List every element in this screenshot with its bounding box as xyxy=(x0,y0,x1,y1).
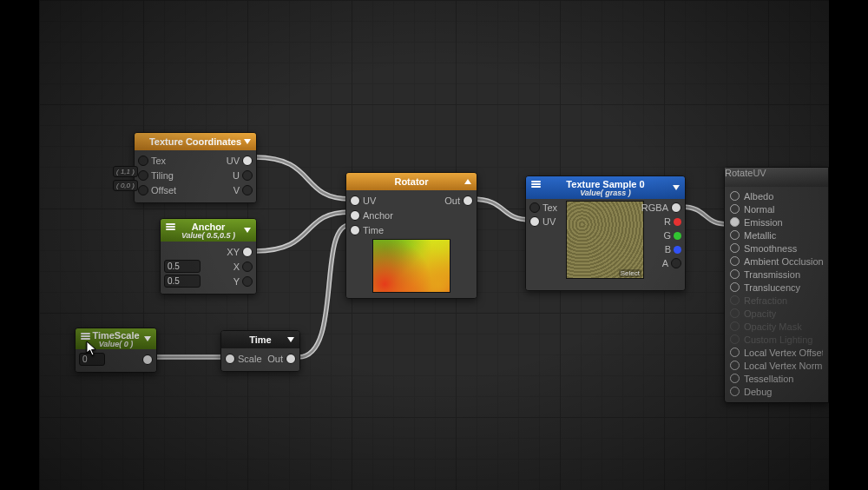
input-port[interactable] xyxy=(529,202,540,213)
label: Metallic xyxy=(744,230,776,241)
node-texture-sample[interactable]: Texture Sample 0 Value( grass ) Tex UV S… xyxy=(525,175,686,291)
node-rotateuv-master[interactable]: RotateUV AlbedoNormalEmissionMetallicSmo… xyxy=(724,167,829,403)
input-port[interactable] xyxy=(350,195,360,206)
collapse-icon[interactable] xyxy=(144,336,151,341)
master-input-tessellation[interactable]: Tessellation xyxy=(725,372,828,385)
input-port[interactable] xyxy=(350,225,360,235)
label: Transmission xyxy=(744,269,800,280)
master-input-local-vertex-normal[interactable]: Local Vertex Normal xyxy=(725,359,828,372)
input-port[interactable] xyxy=(138,156,148,166)
master-input-metallic[interactable]: Metallic xyxy=(725,228,828,242)
input-port[interactable] xyxy=(529,216,540,227)
label: Tessellation xyxy=(744,374,793,384)
node-title: Rotator xyxy=(394,176,428,187)
node-anchor[interactable]: Anchor Value( 0.5,0.5 ) XY 0.5X 0.5Y xyxy=(160,218,257,295)
master-input-custom-lighting: Custom Lighting xyxy=(725,333,828,346)
input-port[interactable] xyxy=(730,204,740,214)
master-input-albedo[interactable]: Albedo xyxy=(725,189,828,202)
node-texture-coordinates[interactable]: Texture Coordinates Tex UV Tiling U Offs… xyxy=(134,132,257,203)
channel-dot-g[interactable] xyxy=(674,232,681,240)
output-port[interactable] xyxy=(242,262,253,272)
collapse-icon[interactable] xyxy=(244,139,251,144)
master-input-debug[interactable]: Debug xyxy=(725,385,828,398)
node-timescale[interactable]: TimeScale Value( 0 ) 0 xyxy=(75,328,157,373)
output-port[interactable] xyxy=(671,202,681,213)
output-port[interactable] xyxy=(463,195,473,206)
master-input-transmission[interactable]: Transmission xyxy=(725,268,828,281)
label: Custom Lighting xyxy=(744,334,813,345)
node-subtitle: Value( 0 ) xyxy=(99,340,134,348)
node-title: Time xyxy=(249,334,271,345)
output-port[interactable] xyxy=(242,247,253,257)
collapse-icon[interactable] xyxy=(673,185,680,190)
value-field[interactable]: 0 xyxy=(79,353,105,366)
node-header[interactable]: Texture Coordinates xyxy=(135,133,256,150)
node-time[interactable]: Time Scale Out xyxy=(220,330,300,372)
input-port[interactable] xyxy=(730,269,740,279)
x-field[interactable]: 0.5 xyxy=(164,260,201,273)
collapse-icon[interactable] xyxy=(464,179,471,184)
output-port[interactable] xyxy=(242,185,253,195)
input-port[interactable] xyxy=(730,361,740,370)
output-port[interactable] xyxy=(671,258,681,268)
node-title: RotateUV xyxy=(725,168,766,178)
input-port[interactable] xyxy=(730,387,740,396)
input-port xyxy=(730,334,740,344)
label: Smoothness xyxy=(744,243,797,254)
menu-icon[interactable] xyxy=(531,180,541,189)
menu-icon[interactable] xyxy=(166,222,175,231)
node-header[interactable]: Texture Sample 0 Value( grass ) xyxy=(526,176,685,199)
master-input-smoothness[interactable]: Smoothness xyxy=(725,242,828,255)
output-port[interactable] xyxy=(142,354,153,365)
input-port xyxy=(730,321,740,331)
input-port[interactable] xyxy=(138,185,148,195)
input-port xyxy=(730,308,740,318)
master-input-ambient-occlusion[interactable]: Ambient Occlusion xyxy=(725,255,828,268)
default-value-tag: ( 0,0 ) xyxy=(113,180,138,191)
label: Debug xyxy=(744,387,772,397)
input-port[interactable] xyxy=(138,170,148,181)
node-rotator[interactable]: Rotator UV Out Anchor Time xyxy=(345,172,477,299)
input-port[interactable] xyxy=(350,210,360,221)
node-title: Texture Coordinates xyxy=(149,136,241,147)
channel-dot-b[interactable] xyxy=(674,246,681,254)
master-input-emission[interactable]: Emission xyxy=(725,215,828,228)
node-header[interactable]: Time xyxy=(221,331,299,348)
label: Local Vertex Offset xyxy=(744,348,823,358)
input-port[interactable] xyxy=(730,217,740,227)
input-port[interactable] xyxy=(225,354,235,364)
texture-preview[interactable]: Select xyxy=(566,201,644,279)
node-header[interactable]: Anchor Value( 0.5,0.5 ) xyxy=(161,219,256,242)
input-port[interactable] xyxy=(730,348,740,357)
input-port[interactable] xyxy=(730,374,740,383)
label: Albedo xyxy=(744,191,773,202)
label: Translucency xyxy=(744,282,800,293)
label: Normal xyxy=(744,204,774,215)
output-port[interactable] xyxy=(242,276,253,287)
channel-dot-r[interactable] xyxy=(674,218,681,226)
output-port[interactable] xyxy=(242,156,253,166)
master-input-refraction: Refraction xyxy=(725,294,828,307)
label: Emission xyxy=(744,217,783,228)
label: Refraction xyxy=(744,295,787,306)
collapse-icon[interactable] xyxy=(244,228,251,233)
input-port[interactable] xyxy=(730,230,740,240)
master-input-translucency[interactable]: Translucency xyxy=(725,281,828,294)
input-port[interactable] xyxy=(730,256,740,266)
input-port[interactable] xyxy=(730,191,740,201)
node-header[interactable]: RotateUV xyxy=(725,168,828,187)
shader-graph-canvas[interactable]: Texture Coordinates Tex UV Tiling U Offs… xyxy=(39,0,829,490)
master-input-normal[interactable]: Normal xyxy=(725,202,828,215)
y-field[interactable]: 0.5 xyxy=(164,275,201,288)
select-hint: Select xyxy=(619,269,641,277)
input-port[interactable] xyxy=(730,282,740,292)
node-header[interactable]: Rotator xyxy=(346,173,477,190)
output-port[interactable] xyxy=(286,354,296,364)
output-port[interactable] xyxy=(242,170,253,181)
menu-icon[interactable] xyxy=(81,332,90,341)
master-input-local-vertex-offset[interactable]: Local Vertex Offset xyxy=(725,346,828,359)
input-port xyxy=(730,295,740,305)
input-port[interactable] xyxy=(730,243,740,253)
node-header[interactable]: TimeScale Value( 0 ) xyxy=(76,328,156,349)
collapse-icon[interactable] xyxy=(287,337,294,342)
